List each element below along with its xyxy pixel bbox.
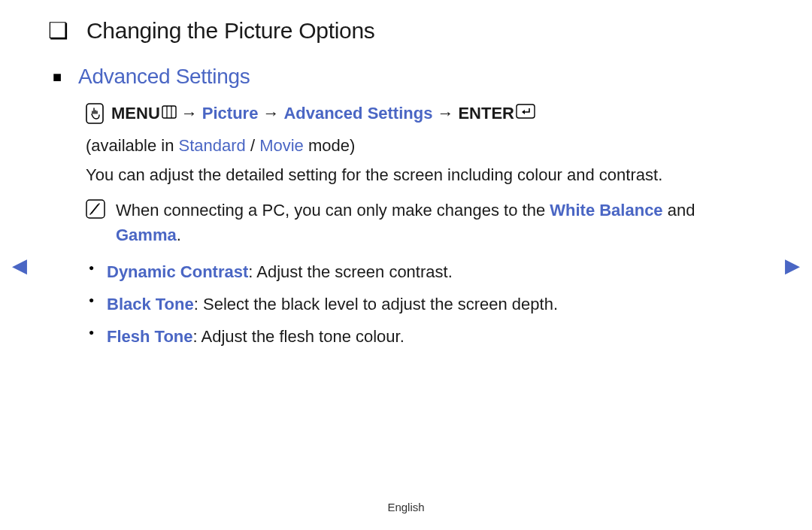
nav-advanced-settings: Advanced Settings (283, 101, 432, 126)
note-gamma: Gamma (116, 226, 177, 244)
modes-prefix: (available in (86, 136, 179, 155)
svg-rect-4 (517, 104, 535, 118)
section-heading: Advanced Settings (78, 65, 250, 89)
available-modes: (available in Standard / Movie mode) (86, 133, 764, 158)
menu-label: MENU (111, 101, 160, 126)
arrow-sep: → (262, 101, 279, 126)
page-title-row: ❏ Changing the Picture Options (48, 18, 764, 44)
menu-grid-icon (162, 101, 177, 126)
note-text: When connecting a PC, you can only make … (116, 198, 764, 247)
note-icon (86, 199, 105, 219)
note-white-balance: White Balance (550, 201, 662, 220)
next-page-arrow[interactable]: ▶ (785, 254, 800, 277)
arrow-sep: → (181, 101, 198, 126)
svg-rect-0 (86, 104, 103, 123)
list-item: Black Tone: Select the black level to ad… (86, 292, 764, 316)
note-part2: and (663, 201, 695, 220)
arrow-sep: → (437, 101, 453, 126)
nav-picture: Picture (202, 101, 259, 126)
square-bullet-icon: ■ (53, 69, 62, 84)
item-dynamic-contrast: Dynamic Contrast (107, 262, 248, 281)
note-part1: When connecting a PC, you can only make … (116, 201, 550, 220)
section-heading-row: ■ Advanced Settings (53, 65, 764, 89)
checkbox-bullet-icon: ❏ (48, 20, 68, 42)
enter-icon (516, 101, 535, 126)
footer-language: English (0, 501, 812, 513)
svg-rect-1 (162, 106, 176, 118)
settings-list: Dynamic Contrast: Adjust the screen cont… (86, 259, 764, 349)
item-desc: : Adjust the flesh tone colour. (193, 327, 404, 346)
modes-sep: / (246, 136, 259, 155)
note-part3: . (177, 226, 181, 244)
menu-path: MENU → Picture → Advanced Settings → ENT… (86, 101, 764, 126)
prev-page-arrow[interactable]: ◀ (12, 254, 27, 277)
section-content: MENU → Picture → Advanced Settings → ENT… (86, 101, 764, 349)
page-title: Changing the Picture Options (86, 18, 375, 44)
item-black-tone: Black Tone (107, 295, 194, 313)
item-desc: : Adjust the screen contrast. (248, 262, 452, 281)
enter-label: ENTER (458, 101, 514, 126)
note-row: When connecting a PC, you can only make … (86, 198, 764, 247)
remote-hand-icon (86, 103, 104, 124)
item-desc: : Select the black level to adjust the s… (194, 295, 558, 313)
manual-page: ❏ Changing the Picture Options ■ Advance… (0, 0, 812, 530)
mode-standard: Standard (179, 136, 246, 155)
mode-movie: Movie (259, 136, 304, 155)
list-item: Dynamic Contrast: Adjust the screen cont… (86, 259, 764, 284)
modes-suffix: mode) (304, 136, 355, 155)
section-description: You can adjust the detailed setting for … (86, 162, 764, 187)
list-item: Flesh Tone: Adjust the flesh tone colour… (86, 324, 764, 349)
item-flesh-tone: Flesh Tone (107, 327, 193, 346)
